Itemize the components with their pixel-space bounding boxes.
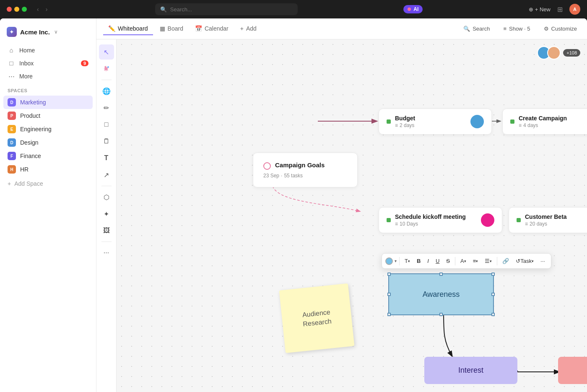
audience-research-sticky[interactable]: AudienceResearch bbox=[279, 283, 355, 353]
search-button[interactable]: 🔍 Search bbox=[460, 24, 493, 34]
more-options-button[interactable]: ··· bbox=[538, 256, 548, 266]
global-search-bar[interactable]: 🔍 bbox=[155, 3, 298, 15]
sidebar-item-finance[interactable]: F Finance bbox=[3, 149, 93, 163]
tool-select[interactable]: ↖ bbox=[99, 44, 114, 60]
app-container: ✦ Acme Inc. ∨ ⌂ Home □ Inbox 9 ⋯ More Sp… bbox=[0, 18, 587, 392]
space-name-product: Product bbox=[20, 112, 40, 119]
tool-ai[interactable] bbox=[99, 61, 114, 76]
tool-shape[interactable]: □ bbox=[99, 117, 114, 132]
bold-icon: B bbox=[417, 258, 421, 264]
tool-sticky[interactable]: 🗒 bbox=[99, 134, 114, 149]
new-button[interactable]: ⊕ + New bbox=[529, 6, 551, 13]
budget-assignee-avatar bbox=[470, 115, 484, 128]
decision-shape[interactable]: Decision bbox=[558, 357, 587, 384]
sidebar-item-engineering[interactable]: E Engineering bbox=[3, 122, 93, 136]
strikethrough-button[interactable]: S bbox=[444, 256, 452, 266]
budget-task-days: ≡ 2 days bbox=[395, 122, 466, 128]
link-button[interactable]: 🔗 bbox=[500, 256, 512, 266]
sidebar-item-design[interactable]: D Design bbox=[3, 136, 93, 149]
schedule-task-card[interactable]: Schedule kickoff meeting ≡ 10 Days bbox=[379, 207, 502, 233]
create-campaign-task-info: Create Campaign ≡ 4 days bbox=[519, 115, 587, 128]
grid-icon[interactable]: ⊞ bbox=[557, 5, 563, 13]
close-button[interactable] bbox=[7, 7, 12, 12]
italic-button[interactable]: I bbox=[425, 256, 431, 266]
campaign-goals-card[interactable]: Campaign Goals 23 Sep · 55 tasks bbox=[253, 153, 358, 187]
tool-more[interactable]: ··· bbox=[99, 245, 114, 260]
nav-label-inbox: Inbox bbox=[19, 60, 34, 67]
customer-beta-task-name: Customer Beta bbox=[525, 213, 587, 220]
brand[interactable]: ✦ Acme Inc. ∨ bbox=[3, 25, 93, 44]
back-arrow[interactable]: ‹ bbox=[35, 5, 41, 13]
resize-handle-bl[interactable] bbox=[387, 313, 391, 316]
customer-beta-task-card[interactable]: Customer Beta ≡ 20 days bbox=[509, 207, 587, 233]
task-convert-button[interactable]: ↺ Task ▾ bbox=[513, 256, 536, 266]
text-color-button[interactable]: A▾ bbox=[458, 256, 469, 266]
refresh-icon: ↺ bbox=[516, 258, 520, 264]
create-campaign-task-name: Create Campaign bbox=[519, 115, 587, 122]
list-button[interactable]: ☰▾ bbox=[482, 256, 494, 266]
tool-image[interactable]: 🖼 bbox=[99, 223, 114, 238]
resize-handle-ml[interactable] bbox=[387, 293, 391, 296]
customer-beta-status-dot bbox=[517, 218, 521, 222]
tool-separator-3 bbox=[101, 241, 112, 242]
ai-badge[interactable]: AI bbox=[403, 5, 423, 13]
whiteboard-canvas[interactable]: +108 bbox=[117, 39, 587, 392]
tab-whiteboard[interactable]: ✏️ Whiteboard bbox=[103, 23, 153, 35]
tools-panel: ↖ 🌐 ✏ □ 🗒 bbox=[96, 39, 117, 392]
ai-tool-icon bbox=[103, 65, 110, 73]
titlebar-right: ⊕ + New ⊞ A bbox=[529, 4, 580, 15]
ai-dot-icon bbox=[408, 8, 411, 11]
underline-button[interactable]: U bbox=[433, 256, 442, 266]
font-style-button[interactable]: T▾ bbox=[402, 256, 413, 266]
bold-button[interactable]: B bbox=[414, 256, 423, 266]
schedule-task-info: Schedule kickoff meeting ≡ 10 Days bbox=[395, 213, 477, 227]
color-picker-dot[interactable] bbox=[385, 257, 393, 265]
tool-arrow[interactable]: ↗ bbox=[99, 167, 114, 182]
toolbar-divider-2 bbox=[455, 257, 455, 265]
global-search-input[interactable] bbox=[170, 6, 293, 13]
network-icon: ⬡ bbox=[104, 193, 109, 201]
sidebar-item-hr[interactable]: H HR bbox=[3, 163, 93, 176]
resize-handle-br[interactable] bbox=[491, 313, 495, 316]
tab-board[interactable]: ▦ Board bbox=[155, 23, 188, 35]
home-icon: ⌂ bbox=[8, 47, 15, 54]
tab-add[interactable]: + Add bbox=[235, 23, 262, 35]
sidebar-item-product[interactable]: P Product bbox=[3, 109, 93, 122]
canvas-collaborators: +108 bbox=[540, 46, 580, 60]
sidebar-item-marketing[interactable]: D Marketing bbox=[3, 96, 93, 109]
interest-shape[interactable]: Interest bbox=[424, 357, 517, 384]
tool-globe[interactable]: 🌐 bbox=[99, 83, 114, 99]
add-space-button[interactable]: + Add Space bbox=[3, 178, 93, 190]
customize-button[interactable]: ⚙ Customize bbox=[540, 24, 580, 34]
resize-handle-tl[interactable] bbox=[387, 273, 391, 276]
resize-handle-bm[interactable] bbox=[439, 313, 443, 316]
align-button[interactable]: ≡▾ bbox=[470, 256, 481, 266]
nav-item-home[interactable]: ⌂ Home bbox=[3, 44, 93, 57]
create-campaign-task-card[interactable]: Create Campaign ≡ 4 days bbox=[502, 109, 587, 135]
forward-arrow[interactable]: › bbox=[44, 5, 49, 13]
goals-date: 23 Sep bbox=[263, 173, 279, 179]
resize-handle-tr[interactable] bbox=[491, 273, 495, 276]
show-button[interactable]: ≡ Show · 5 bbox=[500, 24, 533, 34]
minimize-button[interactable] bbox=[14, 7, 19, 12]
budget-task-card[interactable]: Budget ≡ 2 days bbox=[379, 109, 492, 135]
resize-handle-tm[interactable] bbox=[439, 273, 443, 276]
tool-network[interactable]: ⬡ bbox=[99, 190, 114, 205]
nav-item-inbox[interactable]: □ Inbox 9 bbox=[3, 57, 93, 70]
more-icon: ⋯ bbox=[8, 73, 15, 80]
user-avatar[interactable]: A bbox=[569, 4, 580, 15]
space-name-design: Design bbox=[20, 139, 39, 146]
maximize-button[interactable] bbox=[22, 7, 27, 12]
content-area: ↖ 🌐 ✏ □ 🗒 bbox=[96, 39, 587, 392]
sidebar: ✦ Acme Inc. ∨ ⌂ Home □ Inbox 9 ⋯ More Sp… bbox=[0, 18, 96, 392]
new-icon: ⊕ bbox=[529, 6, 533, 13]
budget-task-info: Budget ≡ 2 days bbox=[395, 115, 466, 128]
nav-item-more[interactable]: ⋯ More bbox=[3, 70, 93, 83]
resize-handle-mr[interactable] bbox=[491, 293, 495, 296]
interest-label: Interest bbox=[458, 366, 483, 375]
tool-sparkle[interactable]: ✦ bbox=[99, 206, 114, 221]
tab-calendar[interactable]: 📅 Calendar bbox=[190, 23, 234, 35]
tool-pen[interactable]: ✏ bbox=[99, 100, 114, 115]
awareness-shape[interactable]: Awareness bbox=[388, 273, 494, 315]
tool-text[interactable]: T bbox=[99, 151, 114, 166]
